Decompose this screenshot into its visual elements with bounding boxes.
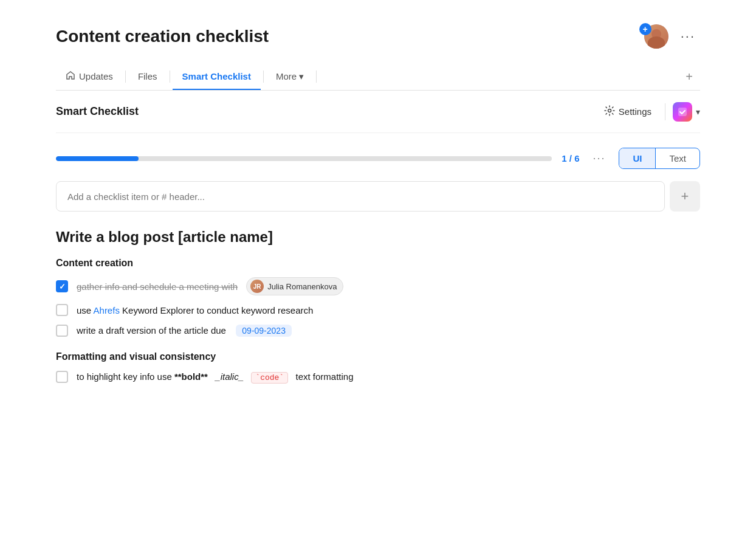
add-item-row: + [56,181,700,212]
app-dropdown-button[interactable]: ▾ [696,107,700,117]
header-actions: + ··· [644,24,700,49]
view-ui-button[interactable]: UI [619,148,655,168]
tag-avatar-inner: JR [250,280,264,293]
tab-updates-label: Updates [79,71,113,81]
item-4-text: to highlight key info use **bold** _ital… [77,371,354,382]
checklist-section-title: Write a blog post [article name] [56,229,700,246]
tab-updates[interactable]: Updates [56,63,123,91]
item-4-italic: _italic_ [215,371,244,382]
svg-point-0 [608,109,611,112]
checkbox-1[interactable] [56,280,68,292]
checklist-items-group-2: to highlight key info use **bold** _ital… [56,371,700,383]
checklist-item-4: to highlight key info use **bold** _ital… [56,371,700,383]
tag-person-name: Julia Romanenkova [267,282,337,291]
page-title: Content creation checklist [56,27,269,46]
item-2-link[interactable]: Ahrefs [94,305,120,315]
item-2-text: use Ahrefs Keyword Explorer to conduct k… [77,305,313,315]
checklist-item-2: use Ahrefs Keyword Explorer to conduct k… [56,304,700,316]
item-2-text-before: use [77,305,94,315]
checkbox-2[interactable] [56,304,68,316]
sub-header-title: Smart Checklist [56,105,139,118]
tab-divider-4 [316,71,317,83]
tag-avatar: JR [250,280,264,293]
item-1-text: gather info and schedule a meeting with [77,281,238,292]
tab-files[interactable]: Files [128,64,167,90]
add-item-input[interactable] [56,181,665,212]
checklist-group-2: Formatting and visual consistency to hig… [56,351,700,383]
gear-icon [604,105,615,118]
app-icon-group: ▾ [673,102,700,122]
settings-button[interactable]: Settings [598,102,658,122]
item-2-text-after: Keyword Explorer to conduct keyword rese… [122,305,313,315]
item-3-text-before: write a draft version of the article due [77,325,226,336]
item-3-date-tag: 09-09-2023 [236,325,292,337]
tab-more[interactable]: More ▾ [266,64,314,91]
checkbox-4[interactable] [56,371,68,383]
tab-smart-checklist-label: Smart Checklist [182,71,251,81]
checklist-items-group-1: gather info and schedule a meeting with … [56,277,700,337]
checklist-item-3: write a draft version of the article due… [56,325,700,337]
view-text-button[interactable]: Text [656,148,699,168]
header-more-button[interactable]: ··· [676,26,700,47]
tab-divider-2 [170,71,170,83]
tab-bar: Updates Files Smart Checklist More ▾ + [56,63,700,91]
add-tab-button[interactable]: + [678,65,700,89]
sub-header: Smart Checklist Settings [56,91,700,133]
tab-divider-1 [125,71,126,83]
chevron-down-icon: ▾ [299,71,304,82]
page-header: Content creation checklist + ··· [56,24,700,49]
progress-section: 1 / 6 ··· UI Text [56,148,700,169]
checklist-group-1: Content creation gather info and schedul… [56,258,700,337]
sub-header-actions: Settings ▾ [598,102,700,122]
progress-bar-fill [56,156,139,161]
tab-smart-checklist[interactable]: Smart Checklist [173,64,261,90]
checklist-group-2-title: Formatting and visual consistency [56,351,700,362]
add-item-button[interactable]: + [670,181,700,212]
checklist-item-1: gather info and schedule a meeting with … [56,277,700,295]
item-4-bold: **bold** [174,371,208,382]
add-member-button[interactable]: + [639,23,651,35]
progress-count: 1 / 6 [562,153,579,164]
tab-more-label: More [276,71,297,81]
item-4-text-before: to highlight key info use [77,371,174,382]
item-4-text-after: text formatting [296,371,354,382]
item-4-code: `code` [251,372,288,384]
checklist-content: Write a blog post [article name] Content… [56,229,700,383]
tab-divider-3 [263,71,264,83]
app-icon [673,102,692,122]
checklist-group-1-title: Content creation [56,258,700,269]
progress-more-button[interactable]: ··· [589,150,609,167]
item-3-text: write a draft version of the article due… [77,325,292,337]
progress-bar-container [56,156,552,161]
settings-label: Settings [619,106,651,117]
home-icon [66,71,75,82]
tab-files-label: Files [138,71,157,81]
item-1-person-tag: JR Julia Romanenkova [246,277,343,295]
sub-header-divider [665,103,665,120]
view-toggle: UI Text [619,148,700,169]
checkbox-3[interactable] [56,325,68,337]
avatar-group: + [644,24,668,49]
